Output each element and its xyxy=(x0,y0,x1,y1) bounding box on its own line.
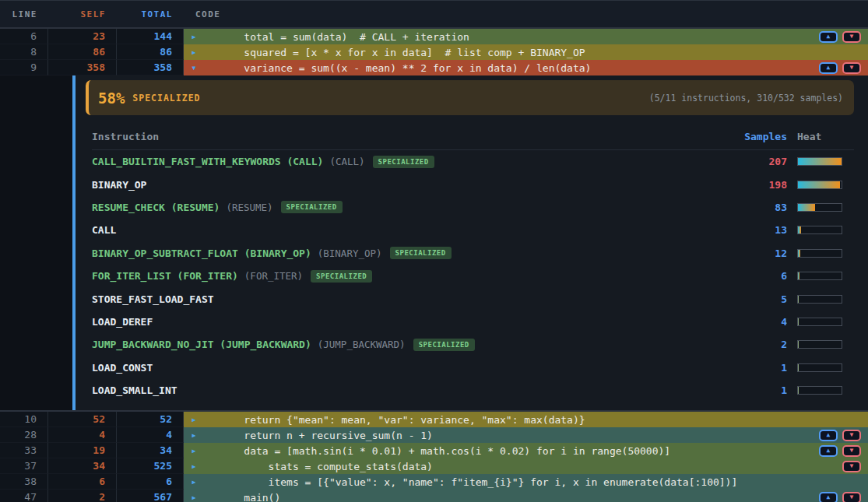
profiler-app: LINE SELF TOTAL CODE 623144▶ total = sum… xyxy=(0,0,868,502)
column-header-line[interactable]: LINE xyxy=(0,9,48,19)
row-buttons: ▲▼ xyxy=(819,31,868,43)
move-down-button[interactable]: ▼ xyxy=(842,62,861,74)
heat-bar xyxy=(797,386,842,395)
instruction-name-cell: BINARY_OP xyxy=(92,179,737,191)
move-up-button[interactable]: ▲ xyxy=(819,31,838,43)
self-samples-cell: 52 xyxy=(48,412,117,427)
move-down-button[interactable]: ▼ xyxy=(842,31,861,43)
heat-bar xyxy=(797,203,842,212)
instruction-name-cell: LOAD_SMALL_INT xyxy=(92,384,737,396)
specialized-badge: SPECIALIZED xyxy=(390,247,452,259)
expand-icon[interactable]: ▶ xyxy=(184,448,204,455)
move-down-button[interactable]: ▼ xyxy=(842,492,861,502)
column-header-instruction[interactable]: Instruction xyxy=(92,131,737,142)
code-line-text: squared = [x * x for x in data] # list c… xyxy=(204,47,585,58)
heat-bar-fill xyxy=(798,226,801,233)
heat-bar-fill xyxy=(798,158,842,165)
code-row[interactable]: 9358358▼ variance = sum((x - mean) ** 2 … xyxy=(0,60,868,75)
line-number-cell: 8 xyxy=(0,44,48,60)
expand-icon[interactable]: ▶ xyxy=(184,494,204,501)
code-row[interactable]: 623144▶ total = sum(data) # CALL + itera… xyxy=(0,29,868,44)
move-up-button[interactable]: ▲ xyxy=(819,430,838,441)
instruction-name: FOR_ITER_LIST (FOR_ITER) xyxy=(92,270,238,282)
code-line-text: return {"mean": mean, "var": variance, "… xyxy=(204,414,585,426)
move-down-button[interactable]: ▼ xyxy=(842,461,861,472)
expand-icon[interactable]: ▶ xyxy=(184,463,204,470)
heat-bar-fill xyxy=(798,318,799,325)
heat-bar-fill xyxy=(798,204,815,211)
instruction-name: BINARY_OP_SUBTRACT_FLOAT (BINARY_OP) xyxy=(92,247,311,259)
heat-bar xyxy=(797,295,842,304)
specialization-label: SPECIALIZED xyxy=(132,93,200,104)
expand-icon[interactable]: ▶ xyxy=(184,33,204,40)
code-line-text: return n + recursive_sum(n - 1) xyxy=(204,430,433,441)
column-header-heat[interactable]: Heat xyxy=(787,131,854,142)
move-down-button[interactable]: ▼ xyxy=(842,430,861,441)
expand-icon[interactable]: ▶ xyxy=(184,479,204,486)
samples-count: 1 xyxy=(737,384,787,396)
specialized-badge: SPECIALIZED xyxy=(281,201,343,213)
heat-bar xyxy=(797,340,842,349)
code-line-text: total = sum(data) # CALL + iteration xyxy=(204,31,469,43)
code-row[interactable]: 105252▶ return {"mean": mean, "var": var… xyxy=(0,412,868,427)
specialized-badge: SPECIALIZED xyxy=(311,270,372,283)
code-row[interactable]: 331934▶ data = [math.sin(i * 0.01) + mat… xyxy=(0,443,868,458)
code-cell: ▶ squared = [x * x for x in data] # list… xyxy=(184,44,868,60)
specialization-banner: 58% SPECIALIZED (5/11 instructions, 310/… xyxy=(86,80,854,115)
instruction-base-name: (RESUME) xyxy=(226,202,272,213)
column-header-self[interactable]: SELF xyxy=(48,9,117,19)
move-down-button[interactable]: ▼ xyxy=(842,445,861,457)
line-number-cell: 6 xyxy=(0,29,48,44)
total-samples-cell: 52 xyxy=(117,412,184,427)
code-row[interactable]: 3866▶ items = [{"value": x, "name": f"it… xyxy=(0,474,868,490)
code-row[interactable]: 2844▶ return n + recursive_sum(n - 1)▲▼ xyxy=(0,427,868,443)
specialization-panel: 58% SPECIALIZED (5/11 instructions, 310/… xyxy=(0,75,868,410)
samples-count: 2 xyxy=(737,339,787,350)
line-number-cell: 38 xyxy=(0,474,48,490)
samples-count: 4 xyxy=(737,316,787,328)
heat-bar xyxy=(797,272,842,280)
instruction-row: BINARY_OP_SUBTRACT_FLOAT (BINARY_OP)(BIN… xyxy=(92,242,854,265)
samples-count: 1 xyxy=(737,362,787,374)
panel-content: 58% SPECIALIZED (5/11 instructions, 310/… xyxy=(76,75,868,410)
instruction-name-cell: JUMP_BACKWARD_NO_JIT (JUMP_BACKWARD)(JUM… xyxy=(92,339,737,351)
move-up-button[interactable]: ▲ xyxy=(819,492,838,502)
column-header-samples[interactable]: Samples xyxy=(737,131,787,142)
instruction-name: LOAD_SMALL_INT xyxy=(92,384,177,396)
instruction-name-cell: LOAD_DEREF xyxy=(92,316,737,328)
code-row[interactable]: 472567▶ main()▲▼ xyxy=(0,490,868,502)
panel-gutter xyxy=(0,75,72,410)
heat-bar-fill xyxy=(798,387,799,394)
code-cell: ▶ data = [math.sin(i * 0.01) + math.cos(… xyxy=(184,443,868,458)
code-row[interactable]: 3734525▶ stats = compute_stats(data)▼ xyxy=(0,458,868,474)
instruction-name-cell: RESUME_CHECK (RESUME)(RESUME)SPECIALIZED xyxy=(92,201,737,213)
row-buttons: ▲▼ xyxy=(819,445,868,457)
instruction-table-header: Instruction Samples Heat xyxy=(92,125,854,150)
samples-count: 207 xyxy=(737,156,787,167)
heat-bar-fill xyxy=(798,250,800,257)
move-up-button[interactable]: ▲ xyxy=(819,62,838,74)
instruction-row: JUMP_BACKWARD_NO_JIT (JUMP_BACKWARD)(JUM… xyxy=(92,333,854,356)
instruction-row: BINARY_OP198 xyxy=(92,173,854,195)
line-number-cell: 33 xyxy=(0,443,48,458)
expand-icon[interactable]: ▶ xyxy=(184,49,204,56)
instruction-name: RESUME_CHECK (RESUME) xyxy=(92,202,220,213)
heat-bar xyxy=(797,226,842,234)
instruction-name: BINARY_OP xyxy=(92,179,146,191)
instruction-name: CALL xyxy=(92,224,116,236)
code-cell: ▶ return {"mean": mean, "var": variance,… xyxy=(184,412,868,427)
instruction-name-cell: BINARY_OP_SUBTRACT_FLOAT (BINARY_OP)(BIN… xyxy=(92,247,737,259)
expand-icon[interactable]: ▶ xyxy=(184,416,204,423)
collapse-icon[interactable]: ▼ xyxy=(184,65,204,72)
samples-count: 5 xyxy=(737,293,787,305)
total-samples-cell: 525 xyxy=(117,458,184,474)
move-up-button[interactable]: ▲ xyxy=(819,445,838,457)
total-samples-cell: 567 xyxy=(117,490,184,502)
samples-count: 83 xyxy=(737,202,787,213)
expand-icon[interactable]: ▶ xyxy=(184,432,204,439)
instruction-name: JUMP_BACKWARD_NO_JIT (JUMP_BACKWARD) xyxy=(92,339,311,350)
instruction-base-name: (BINARY_OP) xyxy=(318,247,382,259)
code-row[interactable]: 88686▶ squared = [x * x for x in data] #… xyxy=(0,44,868,60)
line-number-cell: 28 xyxy=(0,427,48,443)
column-header-total[interactable]: TOTAL xyxy=(117,9,184,19)
